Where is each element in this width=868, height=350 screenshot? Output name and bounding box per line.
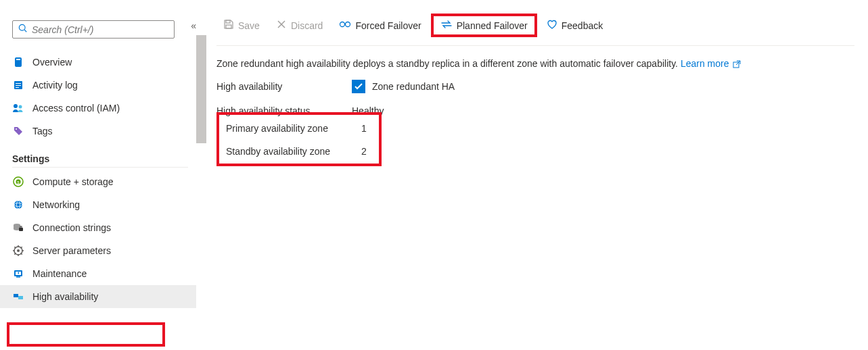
nav-access-control[interactable]: Access control (IAM)	[12, 97, 203, 120]
tags-icon	[12, 125, 24, 137]
learn-more-link[interactable]: Learn more	[681, 58, 741, 69]
svg-point-9	[19, 105, 22, 109]
ha-checkbox-row: Zone redundant HA	[352, 80, 854, 93]
nav-label: Overview	[32, 57, 72, 68]
svg-line-1	[24, 30, 26, 32]
nav-maintenance[interactable]: Maintenance	[12, 262, 203, 285]
zones-highlight-box: Primary availability zone 1 Standby avai…	[216, 112, 382, 166]
nav-label: Networking	[32, 199, 80, 210]
save-button[interactable]: Save	[216, 16, 267, 34]
save-label: Save	[238, 20, 260, 31]
feedback-icon	[547, 19, 557, 32]
description: Zone redundant high availability deploys…	[216, 46, 854, 80]
svg-point-14	[14, 201, 22, 209]
ha-label: High availability	[216, 81, 352, 92]
svg-rect-5	[16, 83, 21, 84]
svg-rect-33	[14, 294, 18, 297]
nav-label: Compute + storage	[32, 176, 113, 187]
save-icon	[223, 19, 234, 32]
svg-point-8	[14, 104, 18, 108]
ha-checkbox-label: Zone redundant HA	[372, 81, 455, 92]
svg-rect-6	[16, 85, 21, 86]
sidebar: « Overview Activity log Access control (…	[0, 0, 203, 350]
external-link-icon	[731, 58, 741, 69]
description-text: Zone redundant high availability deploys…	[216, 58, 678, 69]
primary-zone-label: Primary availability zone	[226, 123, 361, 134]
svg-rect-34	[18, 296, 23, 299]
nav-label: Connection strings	[32, 222, 111, 233]
nav-label: High availability	[32, 291, 98, 302]
nav-label: Activity log	[32, 80, 78, 91]
nav-server-parameters[interactable]: Server parameters	[12, 239, 203, 262]
scrollbar-thumb[interactable]	[196, 35, 206, 143]
search-box[interactable]	[12, 20, 175, 39]
nav-label: Access control (IAM)	[32, 103, 120, 114]
svg-rect-3	[16, 59, 20, 60]
ha-form: High availability Zone redundant HA High…	[216, 80, 854, 116]
nav-networking[interactable]: Networking	[12, 193, 203, 216]
feedback-button[interactable]: Feedback	[540, 16, 610, 34]
forced-failover-icon	[339, 19, 351, 32]
collapse-sidebar-icon[interactable]: «	[191, 20, 196, 31]
nav-compute-storage[interactable]: $ Compute + storage	[12, 170, 203, 193]
toolbar: Save Discard Forced Failover Planned Fai…	[216, 0, 854, 46]
access-control-icon	[12, 102, 24, 114]
svg-rect-35	[226, 20, 230, 23]
svg-point-10	[16, 128, 17, 130]
connection-strings-icon	[12, 222, 24, 234]
ha-status-value: Healthy	[352, 105, 854, 116]
nav-high-availability[interactable]: High availability	[0, 285, 196, 308]
standby-zone-label: Standby availability zone	[226, 146, 361, 157]
activity-log-icon	[12, 79, 24, 91]
svg-rect-7	[16, 87, 19, 88]
discard-label: Discard	[291, 20, 323, 31]
feedback-label: Feedback	[562, 20, 603, 31]
svg-rect-19	[20, 226, 22, 228]
nav-list: Overview Activity log Access control (IA…	[12, 51, 203, 143]
zone-redundant-checkbox[interactable]	[352, 80, 365, 93]
server-parameters-icon	[12, 245, 24, 257]
forced-failover-button[interactable]: Forced Failover	[332, 16, 428, 34]
svg-rect-36	[226, 25, 231, 28]
svg-point-0	[19, 24, 25, 30]
svg-point-40	[346, 22, 350, 27]
search-icon	[18, 24, 32, 35]
settings-list: $ Compute + storage Networking Connectio…	[12, 170, 203, 308]
high-availability-icon	[12, 291, 24, 303]
svg-point-21	[17, 249, 20, 252]
nav-connection-strings[interactable]: Connection strings	[12, 216, 203, 239]
search-input[interactable]	[32, 24, 168, 35]
forced-failover-label: Forced Failover	[355, 20, 421, 31]
nav-label: Maintenance	[32, 268, 87, 279]
planned-failover-icon	[440, 19, 453, 32]
nav-activity-log[interactable]: Activity log	[12, 74, 203, 97]
nav-label: Server parameters	[32, 245, 111, 256]
compute-storage-icon: $	[12, 176, 24, 188]
networking-icon	[12, 199, 24, 211]
sidebar-scrollbar[interactable]	[196, 35, 206, 346]
svg-point-39	[340, 22, 345, 27]
primary-zone-value: 1	[361, 123, 367, 134]
nav-overview[interactable]: Overview	[12, 51, 203, 74]
overview-icon	[12, 56, 24, 68]
discard-icon	[276, 19, 287, 32]
maintenance-icon	[12, 268, 24, 280]
nav-tags[interactable]: Tags	[12, 120, 203, 143]
discard-button[interactable]: Discard	[269, 16, 329, 34]
planned-failover-label: Planned Failover	[457, 20, 528, 31]
main-content: Save Discard Forced Failover Planned Fai…	[203, 0, 868, 350]
nav-label: Tags	[32, 126, 53, 136]
highlight-annotation	[7, 322, 165, 347]
planned-failover-button[interactable]: Planned Failover	[431, 14, 537, 37]
settings-header: Settings	[12, 143, 188, 168]
standby-zone-value: 2	[361, 146, 367, 157]
